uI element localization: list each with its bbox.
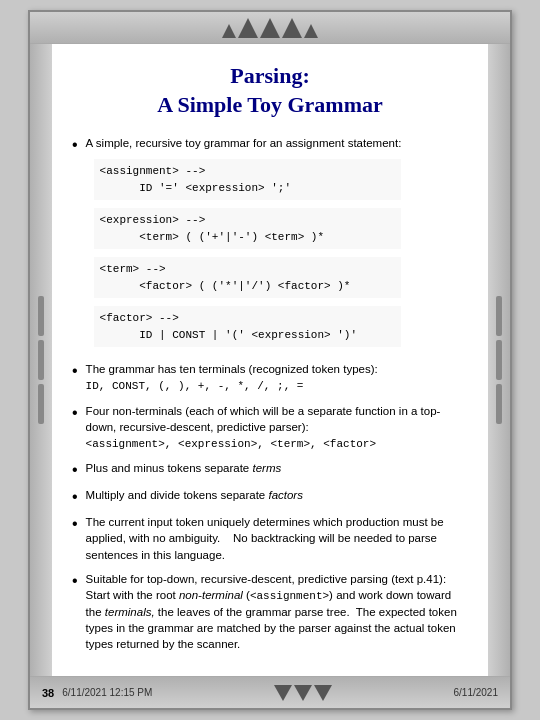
- grammar-assignment: <assignment> --> ID '=' <expression> ';': [94, 159, 402, 200]
- bullet-item-3: • Four non-terminals (each of which will…: [72, 403, 468, 453]
- footer-date-right: 6/11/2021: [453, 687, 498, 698]
- tri-icon: [260, 18, 280, 38]
- bullet-text-2: The grammar has ten terminals (recognize…: [86, 361, 378, 394]
- bullet-dot: •: [72, 136, 78, 154]
- bullet-dot: •: [72, 404, 78, 422]
- deco-bottom-bar: 38 6/11/2021 12:15 PM 6/11/2021: [30, 676, 510, 708]
- top-triangles: [222, 18, 318, 38]
- bullet-dot: •: [72, 461, 78, 479]
- bullet-dot: •: [72, 488, 78, 506]
- page-number: 38: [42, 687, 54, 699]
- grammar-factor: <factor> --> ID | CONST | '(' <expressio…: [94, 306, 402, 347]
- tri-bottom-icon: [274, 685, 292, 701]
- right-bar-element: [496, 340, 502, 380]
- right-bar-element: [496, 384, 502, 424]
- bullet-text-3: Four non-terminals (each of which will b…: [86, 403, 468, 453]
- footer-date-left: 6/11/2021 12:15 PM: [62, 687, 152, 698]
- slide-main-content: Parsing: A Simple Toy Grammar • A simple…: [52, 44, 488, 676]
- bullet-list: • A simple, recursive toy grammar for an…: [72, 135, 468, 664]
- slide-body: Parsing: A Simple Toy Grammar • A simple…: [30, 44, 510, 676]
- left-bar-element: [38, 296, 44, 336]
- bullet-text-5: Multiply and divide tokens separate fact…: [86, 487, 303, 503]
- slide-container: Parsing: A Simple Toy Grammar • A simple…: [28, 10, 512, 710]
- slide-title: Parsing: A Simple Toy Grammar: [72, 62, 468, 119]
- tri-icon: [304, 24, 318, 38]
- right-bar-element: [496, 296, 502, 336]
- grammar-block: <assignment> --> ID '=' <expression> ';'…: [94, 159, 402, 347]
- tri-icon: [222, 24, 236, 38]
- left-bar-element: [38, 384, 44, 424]
- deco-left-bar: [30, 44, 52, 676]
- deco-top-bar: [30, 12, 510, 44]
- tri-icon: [282, 18, 302, 38]
- bullet-item-5: • Multiply and divide tokens separate fa…: [72, 487, 468, 506]
- tri-bottom-icon: [314, 685, 332, 701]
- bullet-text-7: Suitable for top-down, recursive-descent…: [86, 571, 468, 653]
- bullet-item-6: • The current input token uniquely deter…: [72, 514, 468, 562]
- grammar-expression: <expression> --> <term> ( ('+'|'-') <ter…: [94, 208, 402, 249]
- bullet-dot: •: [72, 362, 78, 380]
- bullet-text-4: Plus and minus tokens separate terms: [86, 460, 282, 476]
- bullet-item-2: • The grammar has ten terminals (recogni…: [72, 361, 468, 394]
- left-bar-element: [38, 340, 44, 380]
- bullet-item-7: • Suitable for top-down, recursive-desce…: [72, 571, 468, 653]
- tri-bottom-icon: [294, 685, 312, 701]
- bullet-dot: •: [72, 515, 78, 533]
- deco-right-bar: [488, 44, 510, 676]
- bullet-item-4: • Plus and minus tokens separate terms: [72, 460, 468, 479]
- bullet-text-6: The current input token uniquely determi…: [86, 514, 468, 562]
- grammar-term: <term> --> <factor> ( ('*'|'/') <factor>…: [94, 257, 402, 298]
- tri-icon: [238, 18, 258, 38]
- bullet-dot: •: [72, 572, 78, 590]
- bullet-item-1: • A simple, recursive toy grammar for an…: [72, 135, 468, 353]
- bullet-text-1: A simple, recursive toy grammar for an a…: [86, 137, 402, 149]
- bottom-triangles: [274, 685, 332, 701]
